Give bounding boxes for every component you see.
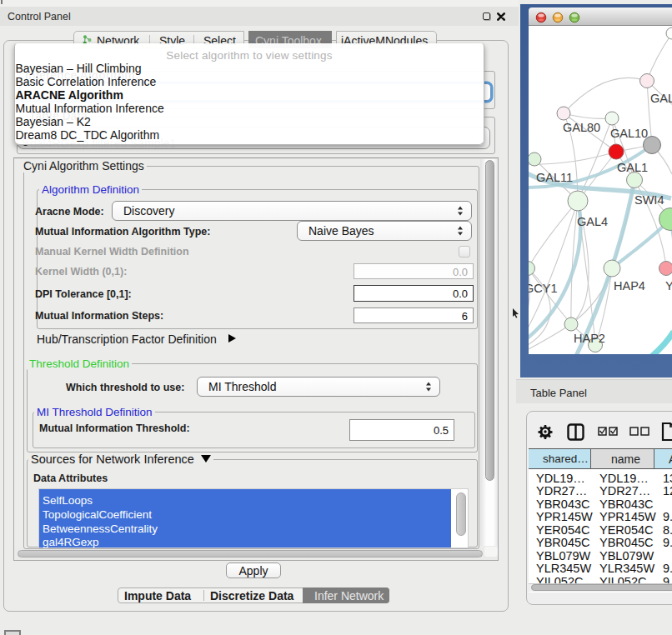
svg-text:HAP4: HAP4 xyxy=(614,279,645,292)
svg-text:GAL10: GAL10 xyxy=(610,127,648,140)
svg-text:GAL1: GAL1 xyxy=(617,161,648,174)
svg-text:HAP2: HAP2 xyxy=(574,332,605,345)
svg-text:Y: Y xyxy=(665,279,672,292)
svg-text:GAL80: GAL80 xyxy=(563,121,600,134)
svg-text:GAL: GAL xyxy=(650,92,672,105)
svg-text:SWI4: SWI4 xyxy=(634,193,664,207)
svg-text:GAL4: GAL4 xyxy=(577,215,608,228)
svg-text:GAL11: GAL11 xyxy=(536,171,573,184)
svg-text:GCY1: GCY1 xyxy=(529,282,558,295)
